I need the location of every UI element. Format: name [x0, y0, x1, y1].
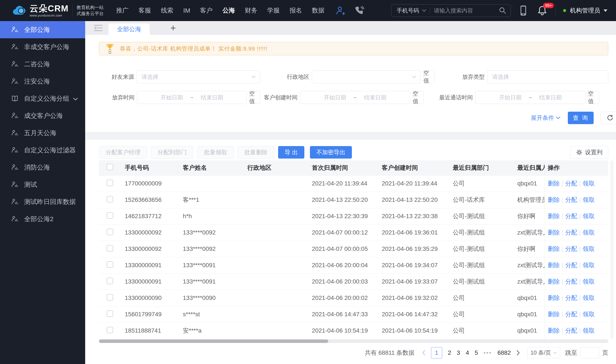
last-call-range[interactable]: 开始日期 ~ 结束日期: [475, 91, 585, 104]
claim-link[interactable]: 领取: [583, 229, 595, 236]
mobile-icon[interactable]: [519, 5, 528, 16]
delete-link[interactable]: 删除: [548, 246, 560, 252]
sidebar-item-all-pool[interactable]: 全部公海: [0, 21, 85, 38]
search-icon[interactable]: [499, 7, 506, 14]
table-horizontal-scrollbar[interactable]: [99, 339, 608, 343]
claim-link[interactable]: 领取: [583, 311, 595, 318]
add-tab-button[interactable]: +: [170, 23, 176, 33]
export-button[interactable]: 导 出: [278, 146, 304, 158]
search-category-select[interactable]: 手机号码: [397, 7, 419, 14]
delete-link[interactable]: 删除: [548, 327, 560, 334]
batch-claim-button[interactable]: 批量领取: [197, 146, 234, 158]
query-button[interactable]: 查 询: [568, 112, 594, 124]
delete-link[interactable]: 删除: [548, 278, 560, 285]
friend-source-select[interactable]: 请选择: [137, 70, 260, 83]
sidebar-item-erzi-pool[interactable]: 二咨公海: [0, 55, 85, 73]
region-select[interactable]: [312, 70, 421, 83]
claim-link[interactable]: 领取: [583, 327, 595, 334]
batch-delete-button[interactable]: 批量删除: [238, 146, 274, 158]
delete-link[interactable]: 删除: [548, 213, 560, 220]
nav-item-customers[interactable]: 客户: [200, 6, 213, 15]
col-phone[interactable]: 手机号码: [120, 160, 179, 175]
export-plain-button[interactable]: 不加密导出: [310, 146, 352, 158]
row-checkbox[interactable]: [107, 294, 113, 300]
col-owner[interactable]: 最近归属人: [513, 160, 545, 175]
sidebar-item-custom-filter[interactable]: 自定义公海过滤器: [0, 142, 85, 159]
assign-link[interactable]: 分配: [565, 295, 577, 301]
assign-link[interactable]: 分配: [565, 246, 577, 252]
assign-link[interactable]: 分配: [565, 213, 577, 220]
claim-link[interactable]: 领取: [583, 213, 595, 220]
row-checkbox[interactable]: [107, 196, 113, 202]
row-checkbox[interactable]: [107, 180, 113, 186]
sidebar-item-test[interactable]: 测试: [0, 176, 85, 193]
delete-link[interactable]: 删除: [548, 229, 560, 236]
delete-link[interactable]: 删除: [548, 262, 560, 269]
scrollbar-thumb[interactable]: [99, 339, 328, 343]
sidebar-item-all-pool-2[interactable]: 全部公海2: [0, 210, 85, 228]
nav-item-enroll[interactable]: 报名: [290, 6, 302, 15]
assign-manager-button[interactable]: 分配客户经理: [99, 146, 147, 158]
sidebar-item-fire-pool[interactable]: 消防公海: [0, 159, 85, 176]
sidebar-item-mayday-pool[interactable]: 五月天公海: [0, 124, 85, 142]
claim-link[interactable]: 领取: [583, 295, 595, 301]
sidebar-item-zhuan-pool[interactable]: 注安公海: [0, 73, 85, 90]
sidebar-item-custom-pool-group[interactable]: 自定义公海分组: [0, 90, 85, 107]
nav-item-data[interactable]: 数据: [312, 6, 324, 15]
refresh-button[interactable]: [601, 112, 616, 124]
delete-link[interactable]: 删除: [548, 180, 560, 187]
row-checkbox[interactable]: [107, 229, 113, 235]
phone-icon[interactable]: [354, 6, 364, 15]
sidebar-item-deal-pool[interactable]: 成交客户公海: [0, 107, 85, 124]
col-first-time[interactable]: 首次归属时间: [308, 160, 377, 175]
col-name[interactable]: 客户姓名: [179, 160, 243, 175]
page-size-select[interactable]: 10 条/页: [527, 347, 560, 358]
add-user-icon[interactable]: [335, 6, 346, 15]
create-time-range[interactable]: 开始日期 ~ 结束日期: [300, 91, 410, 104]
sidebar-item-non-deal-pool[interactable]: 非成交客户公海: [0, 38, 85, 55]
expand-conditions-link[interactable]: 展开条件: [531, 114, 561, 122]
page-4-button[interactable]: 4: [466, 349, 469, 356]
assign-dept-button[interactable]: 分配到部门: [151, 146, 193, 158]
last-page-button[interactable]: 6882: [498, 349, 511, 356]
row-checkbox[interactable]: [107, 245, 113, 251]
notifications-bell[interactable]: 99+: [538, 5, 547, 16]
claim-link[interactable]: 领取: [583, 196, 595, 203]
claim-link[interactable]: 领取: [583, 262, 595, 269]
select-all-checkbox[interactable]: [107, 164, 113, 170]
collapse-sidebar-icon[interactable]: [94, 24, 103, 32]
claim-link[interactable]: 领取: [583, 278, 595, 285]
assign-link[interactable]: 分配: [565, 327, 577, 334]
row-checkbox[interactable]: [107, 311, 113, 317]
prev-page-button[interactable]: [419, 350, 428, 356]
nav-item-finance[interactable]: 财务: [245, 6, 257, 15]
set-columns-button[interactable]: 设置列: [570, 146, 608, 158]
delete-link[interactable]: 删除: [548, 196, 560, 203]
last-call-empty-button[interactable]: 空值: [588, 91, 599, 104]
table-vertical-scrollbar[interactable]: [610, 160, 613, 339]
page-ellipsis[interactable]: •••: [484, 349, 492, 356]
row-checkbox[interactable]: [107, 327, 113, 333]
tab-all-pool[interactable]: 全部公海: [108, 24, 150, 35]
abandon-type-select[interactable]: 请选择: [487, 70, 608, 83]
page-5-button[interactable]: 5: [475, 349, 478, 356]
search-input[interactable]: [434, 7, 499, 14]
assign-link[interactable]: 分配: [565, 262, 577, 269]
claim-link[interactable]: 领取: [583, 180, 595, 187]
nav-item-im[interactable]: IM: [183, 7, 190, 14]
nav-item-academic[interactable]: 学服: [267, 6, 280, 15]
nav-item-service[interactable]: 客服: [139, 6, 151, 15]
col-region[interactable]: 行政地区: [243, 160, 308, 175]
create-time-empty-button[interactable]: 空值: [412, 91, 424, 104]
col-dept[interactable]: 最近归属部门: [449, 160, 513, 175]
nav-item-promotion[interactable]: 推广: [116, 6, 129, 15]
page-1-button[interactable]: 1: [431, 347, 442, 358]
jump-page-input[interactable]: [580, 347, 599, 358]
assign-link[interactable]: 分配: [565, 180, 577, 187]
assign-link[interactable]: 分配: [565, 311, 577, 318]
nav-item-public-pool[interactable]: 公海: [222, 6, 235, 15]
assign-link[interactable]: 分配: [565, 278, 577, 285]
row-checkbox[interactable]: [107, 212, 113, 219]
region-empty-button[interactable]: 空值: [423, 70, 435, 83]
next-page-button[interactable]: [514, 350, 523, 356]
